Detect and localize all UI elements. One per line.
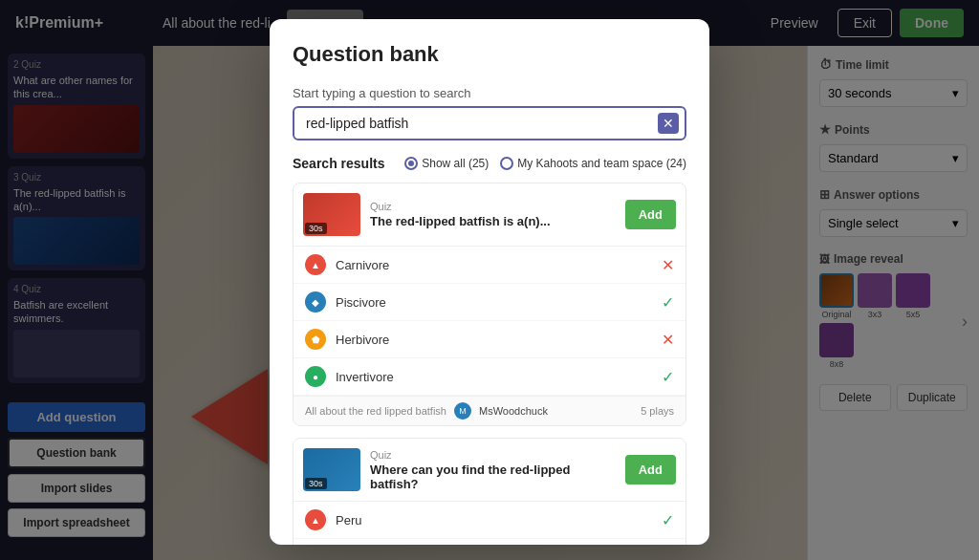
radio-my-kahoots[interactable]: My Kahoots and team space (24) xyxy=(500,157,686,170)
result-source-1: All about the red lipped batfish xyxy=(305,405,446,417)
answer-item-2-1: ▲ Peru ✓ xyxy=(294,502,685,539)
answer-icon-2-1: ▲ xyxy=(305,509,326,530)
radio-dot-selected xyxy=(404,157,418,170)
answers-list-2: ▲ Peru ✓ ◆ Brazil ✕ ⬟ Galapagos ✓ ● All … xyxy=(294,501,685,545)
result-thumb-badge-2: 30s xyxy=(305,478,327,489)
answer-item-1-4: ● Invertivore ✓ xyxy=(294,358,685,396)
answer-correct-2-1: ✓ xyxy=(662,511,674,529)
search-results-title: Search results xyxy=(293,156,385,171)
result-card-1: 30s Quiz The red-lipped batfish is a(n).… xyxy=(293,183,686,426)
result-thumb-2: 30s xyxy=(303,448,360,491)
user-avatar-1: M xyxy=(454,402,471,420)
result-type-1: Quiz xyxy=(370,201,616,212)
result-footer-1: All about the red lipped batfish M MsWoo… xyxy=(294,396,685,425)
modal-title: Question bank xyxy=(293,42,686,67)
result-card-1-header: 30s Quiz The red-lipped batfish is a(n).… xyxy=(294,183,685,246)
result-info-2: Quiz Where can you find the red-lipped b… xyxy=(370,449,616,491)
search-results-header: Search results Show all (25) My Kahoots … xyxy=(293,156,686,171)
answer-item-1-1: ▲ Carnivore ✕ xyxy=(294,247,685,284)
modal-search-input[interactable] xyxy=(293,106,686,140)
answer-item-1-2: ◆ Piscivore ✓ xyxy=(294,284,685,321)
radio-show-all[interactable]: Show all (25) xyxy=(404,157,489,170)
radio-dot-unselected xyxy=(500,157,513,170)
answer-icon-1-4: ● xyxy=(305,366,326,387)
result-card-2: 30s Quiz Where can you find the red-lipp… xyxy=(293,438,686,545)
result-info-1: Quiz The red-lipped batfish is a(n)... xyxy=(370,201,616,228)
answers-list-1: ▲ Carnivore ✕ ◆ Piscivore ✓ ⬟ Herbivore … xyxy=(294,246,685,396)
answer-text-1-3: Herbivore xyxy=(336,333,652,347)
answer-correct-1-2: ✓ xyxy=(662,293,674,312)
answer-item-2-2: ◆ Brazil ✕ xyxy=(294,539,685,545)
result-question-2: Where can you find the red-lipped batfis… xyxy=(370,463,616,491)
answer-text-2-1: Peru xyxy=(336,513,652,528)
modal-clear-button[interactable]: ✕ xyxy=(658,113,679,134)
modal-search-container: ✕ xyxy=(293,106,686,140)
add-button-2[interactable]: Add xyxy=(625,455,676,485)
modal-search-label: Start typing a question to search xyxy=(293,86,686,100)
result-card-2-header: 30s Quiz Where can you find the red-lipp… xyxy=(294,439,685,501)
result-thumb-badge-1: 30s xyxy=(305,223,327,234)
result-plays-1: 5 plays xyxy=(641,405,674,417)
answer-item-1-3: ⬟ Herbivore ✕ xyxy=(294,321,685,358)
answer-icon-1-2: ◆ xyxy=(305,291,326,312)
result-author-1: MsWoodchuck xyxy=(479,405,548,417)
result-thumb-1: 30s xyxy=(303,193,360,236)
answer-correct-1-4: ✓ xyxy=(662,368,674,386)
answer-wrong-1-3: ✕ xyxy=(662,331,674,349)
question-bank-modal: Question bank Start typing a question to… xyxy=(270,19,709,545)
radio-show-all-label: Show all (25) xyxy=(422,157,489,170)
add-button-1[interactable]: Add xyxy=(625,200,676,229)
result-question-1: The red-lipped batfish is a(n)... xyxy=(370,214,616,228)
answer-text-1-4: Invertivore xyxy=(336,370,652,384)
radio-group: Show all (25) My Kahoots and team space … xyxy=(404,157,686,170)
modal-overlay: Question bank Start typing a question to… xyxy=(0,0,979,560)
answer-text-1-1: Carnivore xyxy=(336,258,652,272)
result-type-2: Quiz xyxy=(370,449,616,461)
answer-icon-1-1: ▲ xyxy=(305,254,326,275)
answer-text-1-2: Piscivore xyxy=(336,295,652,310)
answer-wrong-1-1: ✕ xyxy=(662,256,674,274)
answer-icon-1-3: ⬟ xyxy=(305,329,326,350)
radio-my-kahoots-label: My Kahoots and team space (24) xyxy=(517,157,686,170)
